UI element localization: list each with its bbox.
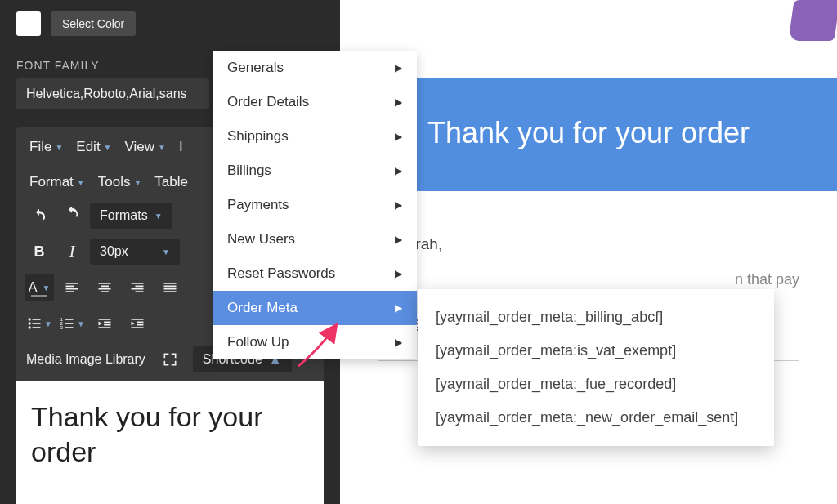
- svg-point-4: [29, 326, 31, 328]
- chevron-down-icon: ▼: [42, 283, 50, 292]
- dropdown-item-billings[interactable]: Billings▶: [213, 154, 417, 188]
- chevron-right-icon: ▶: [395, 302, 402, 314]
- editor-canvas[interactable]: Thank you for your order: [16, 381, 324, 504]
- bullet-list-button[interactable]: ▼: [25, 310, 54, 337]
- color-row: Select Color: [0, 0, 340, 44]
- svg-rect-11: [65, 327, 74, 328]
- svg-rect-9: [65, 323, 74, 324]
- menu-file-label: File: [29, 139, 51, 155]
- chevron-down-icon: ▼: [133, 178, 141, 187]
- submenu-item[interactable]: [yaymail_order_meta:_fue_recorded]: [418, 368, 774, 401]
- chevron-right-icon: ▶: [395, 268, 402, 279]
- menu-format[interactable]: Format▼: [25, 171, 90, 194]
- menu-file[interactable]: File▼: [25, 136, 68, 158]
- font-size-value: 30px: [100, 244, 128, 259]
- chevron-down-icon: ▼: [55, 143, 63, 152]
- bold-button[interactable]: B: [25, 238, 54, 265]
- menu-view-label: View: [125, 139, 155, 155]
- select-color-button[interactable]: Select Color: [51, 11, 136, 36]
- align-center-button[interactable]: [90, 274, 119, 301]
- chevron-down-icon: ▼: [44, 319, 52, 328]
- dropdown-item-label: New Users: [227, 231, 295, 248]
- svg-rect-7: [65, 319, 74, 320]
- chevron-right-icon: ▶: [395, 131, 402, 142]
- menu-insert[interactable]: I: [174, 136, 188, 158]
- chevron-right-icon: ▶: [395, 199, 402, 211]
- greeting-text: Hi Sarah,: [378, 232, 799, 256]
- chevron-right-icon: ▶: [395, 234, 402, 245]
- chevron-down-icon: ▼: [162, 248, 170, 256]
- dropdown-item-order-details[interactable]: Order Details▶: [213, 85, 417, 119]
- menu-table[interactable]: Table: [150, 171, 193, 194]
- fullscreen-button[interactable]: [155, 346, 185, 373]
- align-left-button[interactable]: [57, 274, 87, 301]
- dropdown-item-label: Follow Up: [227, 334, 289, 350]
- left-panel: Select Color FONT FAMILY File▼ Edit▼ Vie…: [0, 0, 340, 504]
- chevron-down-icon: ▼: [104, 143, 112, 152]
- chevron-right-icon: ▶: [395, 165, 402, 176]
- outdent-button[interactable]: [90, 310, 119, 337]
- chevron-down-icon: ▼: [77, 178, 85, 187]
- chevron-down-icon: ▼: [77, 319, 85, 328]
- svg-point-2: [29, 322, 31, 324]
- dropdown-item-label: Shippings: [227, 128, 289, 145]
- indent-button[interactable]: [123, 310, 152, 337]
- dropdown-item-payments[interactable]: Payments▶: [213, 188, 417, 222]
- dropdown-item-shippings[interactable]: Shippings▶: [213, 119, 417, 154]
- chevron-down-icon: ▼: [154, 212, 163, 221]
- menu-tools[interactable]: Tools▼: [93, 171, 147, 194]
- media-library-button[interactable]: Media Image Library: [25, 349, 147, 370]
- menu-table-label: Table: [154, 174, 188, 190]
- svg-rect-5: [33, 327, 41, 328]
- submenu-item[interactable]: [yaymail_order_meta:is_vat_exempt]: [418, 334, 774, 368]
- undo-button[interactable]: [25, 202, 54, 230]
- formats-label: Formats: [100, 208, 148, 223]
- chevron-down-icon: ▼: [158, 143, 166, 152]
- redo-button[interactable]: [57, 202, 87, 230]
- shortcode-dropdown: Generals▶Order Details▶Shippings▶Billing…: [213, 51, 417, 359]
- text-color-button[interactable]: A▼: [25, 274, 54, 301]
- annotation-arrow: [290, 317, 347, 377]
- note-partial: n that pay: [378, 268, 799, 292]
- chevron-right-icon: ▶: [395, 62, 402, 74]
- font-size-select[interactable]: 30px▼: [90, 239, 180, 265]
- dropdown-item-label: Order Meta: [227, 300, 298, 316]
- dropdown-item-new-users[interactable]: New Users▶: [213, 222, 417, 256]
- italic-button[interactable]: I: [57, 238, 87, 265]
- font-family-input[interactable]: [16, 78, 209, 109]
- menu-tools-label: Tools: [98, 174, 131, 190]
- formats-select[interactable]: Formats▼: [90, 203, 172, 229]
- dropdown-item-label: Payments: [227, 197, 289, 213]
- align-justify-button[interactable]: [155, 274, 185, 301]
- dropdown-item-reset-passwords[interactable]: Reset Passwords▶: [213, 256, 417, 291]
- submenu-item[interactable]: [yaymail_order_meta:_billing_abcf]: [418, 301, 774, 334]
- submenu-item[interactable]: [yaymail_order_meta:_new_order_email_sen…: [418, 401, 774, 435]
- brand-logo: [788, 0, 837, 41]
- order-meta-submenu: [yaymail_order_meta:_billing_abcf][yayma…: [418, 289, 774, 446]
- dropdown-item-label: Order Details: [227, 94, 309, 110]
- chevron-right-icon: ▶: [395, 96, 402, 108]
- svg-rect-1: [33, 319, 41, 320]
- number-list-button[interactable]: 123▼: [57, 310, 87, 337]
- dropdown-item-label: Billings: [227, 163, 271, 179]
- app-root: Select Color FONT FAMILY File▼ Edit▼ Vie…: [0, 0, 837, 504]
- svg-text:3: 3: [60, 325, 63, 330]
- menu-format-label: Format: [29, 174, 74, 190]
- chevron-right-icon: ▶: [395, 337, 402, 348]
- svg-rect-3: [33, 323, 41, 324]
- align-right-button[interactable]: [123, 274, 152, 301]
- menu-insert-label: I: [179, 139, 183, 155]
- dropdown-item-generals[interactable]: Generals▶: [213, 51, 417, 85]
- dropdown-item-label: Reset Passwords: [227, 265, 335, 282]
- menu-view[interactable]: View▼: [120, 136, 171, 158]
- color-swatch[interactable]: [16, 11, 41, 36]
- svg-point-0: [29, 318, 31, 320]
- menu-edit[interactable]: Edit▼: [71, 136, 116, 158]
- menu-edit-label: Edit: [76, 139, 100, 155]
- dropdown-item-label: Generals: [227, 60, 284, 76]
